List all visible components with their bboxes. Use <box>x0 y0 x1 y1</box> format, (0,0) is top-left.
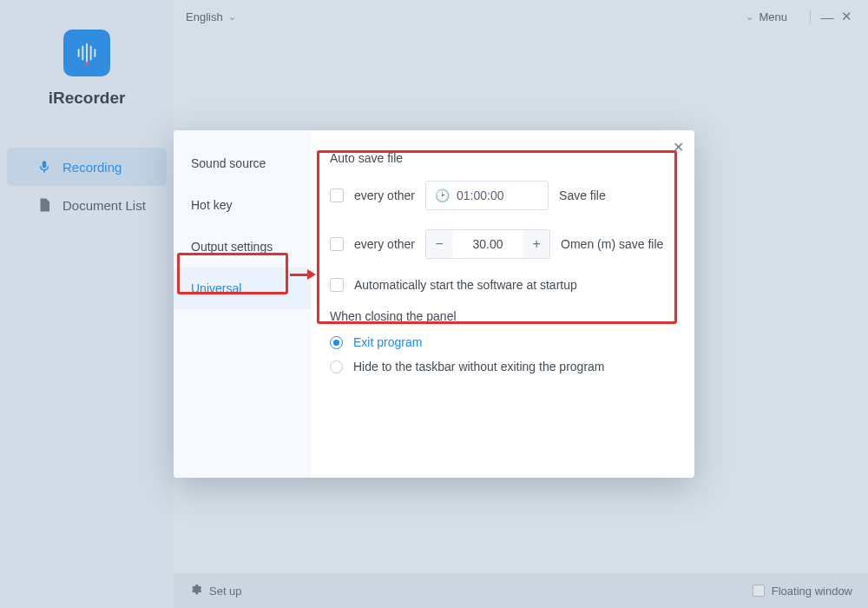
settings-dialog: Sound source Hot key Output settings Uni… <box>174 130 694 478</box>
radio-label: Hide to the taskbar without exiting the … <box>353 360 605 373</box>
auto-save-size-row: every other − + Omen (m) save file <box>330 229 674 259</box>
auto-save-size-checkbox[interactable] <box>330 237 344 251</box>
auto-save-title: Auto save file <box>330 151 674 165</box>
auto-start-row: Automatically start the software at star… <box>330 278 674 292</box>
settings-tabs: Sound source Hot key Output settings Uni… <box>174 130 311 478</box>
auto-save-time-row: every other 🕑 01:00:00 Save file <box>330 181 674 210</box>
tab-label: Universal <box>191 281 241 295</box>
settings-panel-universal: ✕ Auto save file every other 🕑 01:00:00 … <box>311 130 694 478</box>
size-input[interactable] <box>452 230 523 258</box>
stepper-increase-button[interactable]: + <box>523 230 549 258</box>
stepper-decrease-button[interactable]: − <box>426 230 452 258</box>
auto-start-label: Automatically start the software at star… <box>354 278 577 292</box>
radio-icon <box>330 360 343 373</box>
tab-label: Hot key <box>191 198 232 212</box>
clock-icon: 🕑 <box>435 188 450 202</box>
closing-title: When closing the panel <box>330 309 674 323</box>
auto-save-time-checkbox[interactable] <box>330 188 344 202</box>
omen-label: Omen (m) save file <box>561 237 663 251</box>
radio-hide-to-taskbar[interactable]: Hide to the taskbar without exiting the … <box>330 360 674 373</box>
radio-label: Exit program <box>353 335 422 349</box>
time-value: 01:00:00 <box>457 188 504 202</box>
time-interval-input[interactable]: 🕑 01:00:00 <box>425 181 549 210</box>
tab-universal[interactable]: Universal <box>174 268 311 309</box>
tab-sound-source[interactable]: Sound source <box>174 142 311 184</box>
auto-start-checkbox[interactable] <box>330 278 344 292</box>
tab-output-settings[interactable]: Output settings <box>174 226 311 268</box>
radio-exit-program[interactable]: Exit program <box>330 335 674 349</box>
every-other-label: every other <box>354 237 415 251</box>
size-stepper: − + <box>425 229 550 259</box>
dialog-close-button[interactable]: ✕ <box>673 139 684 155</box>
radio-icon <box>330 336 343 349</box>
tab-label: Output settings <box>191 240 273 254</box>
tab-label: Sound source <box>191 156 266 170</box>
tab-hot-key[interactable]: Hot key <box>174 184 311 226</box>
every-other-label: every other <box>354 188 415 202</box>
save-file-label: Save file <box>559 188 606 202</box>
